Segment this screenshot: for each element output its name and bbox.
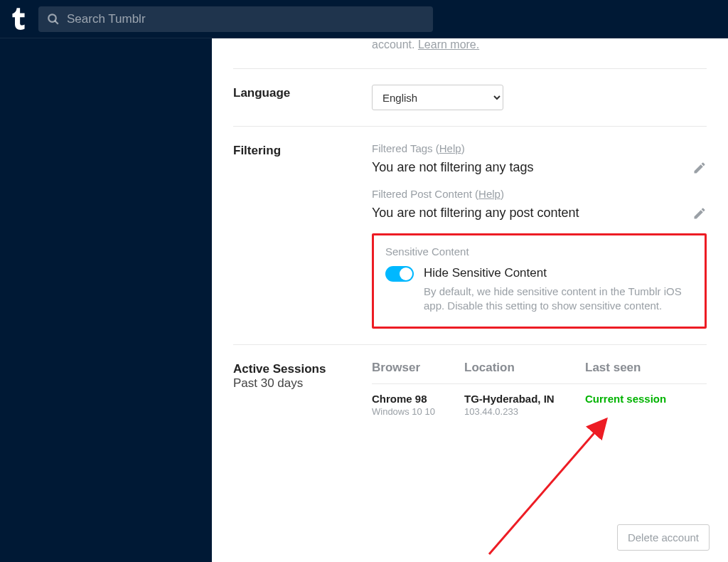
active-sessions-label: Active Sessions Past 30 days [233,361,372,417]
session-os: Windows 10 10 [372,406,464,417]
edit-filtered-tags-button[interactable] [692,161,707,175]
partial-account-text: account. Learn more. [372,38,479,51]
filtered-tags-empty-text: You are not filtering any tags [372,160,534,175]
sensitive-content-highlight: Sensitive Content Hide Sensitive Content… [372,233,707,329]
hide-sensitive-toggle[interactable] [385,266,414,282]
filtered-content-empty-text: You are not filtering any post content [372,206,579,221]
edit-filtered-content-button[interactable] [692,206,707,221]
delete-account-button[interactable]: Delete account [617,524,710,551]
svg-point-0 [48,14,56,22]
filtered-tags-header: Filtered Tags (Help) [372,142,707,154]
session-ip: 103.44.0.233 [464,406,585,417]
session-location: TG-Hyderabad, IN [464,393,585,405]
language-select[interactable]: English [372,85,503,110]
learn-more-link[interactable]: Learn more. [418,38,479,51]
filtering-label: Filtering [233,142,372,329]
filtered-content-header: Filtered Post Content (Help) [372,188,707,200]
search-input[interactable] [67,12,424,26]
search-icon [47,13,60,26]
session-last-seen: Current session [585,393,707,405]
hide-sensitive-title: Hide Sensitive Content [424,266,693,280]
search-bar[interactable] [38,6,433,32]
svg-line-1 [55,21,58,24]
hide-sensitive-desc: By default, we hide sensitive content in… [424,285,693,314]
col-browser: Browser [372,361,464,375]
sessions-header-row: Browser Location Last seen [372,361,707,384]
sensitive-content-header: Sensitive Content [385,245,693,258]
filtered-content-help-link[interactable]: Help [478,188,500,200]
tumblr-logo[interactable] [9,5,28,33]
svg-line-2 [489,419,606,554]
col-last-seen: Last seen [585,361,707,375]
filtered-tags-help-link[interactable]: Help [439,142,461,154]
session-browser: Chrome 98 [372,393,464,405]
col-location: Location [464,361,585,375]
settings-panel: account. Learn more. Language English Fi… [212,38,728,562]
session-row: Chrome 98 Windows 10 10 TG-Hyderabad, IN… [372,384,707,417]
language-label: Language [233,85,372,110]
